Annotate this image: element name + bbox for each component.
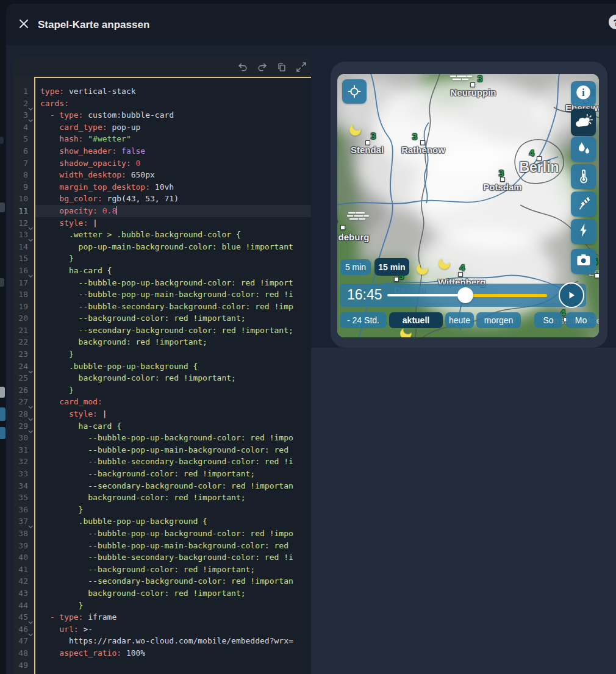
line-number: 44 — [13, 600, 34, 612]
undo-icon[interactable] — [237, 62, 248, 73]
code-line: ha-card { — [35, 265, 311, 277]
city-marker — [595, 273, 599, 278]
temperature-badge: 3 — [412, 131, 417, 142]
code-line: style: | — [35, 408, 311, 420]
code-line: url: >- — [35, 623, 311, 636]
line-number: 49 — [13, 659, 34, 672]
bubble-popup-card-preview: NeuruppinEberswaStendalRathenowBerlinPot… — [331, 62, 607, 348]
webcam-button[interactable] — [571, 249, 596, 274]
redo-icon[interactable] — [257, 62, 268, 73]
close-icon[interactable] — [17, 17, 30, 30]
code-line: --background-color: red !important; — [35, 564, 311, 576]
code-line: --bubble-secondary-background-color: red… — [35, 301, 311, 313]
line-number: 22 — [13, 336, 34, 348]
droplets-icon — [576, 140, 592, 159]
wind-button[interactable] — [571, 192, 596, 217]
line-number: 5 — [13, 133, 34, 145]
code-line: shadow_opacity: 0 — [35, 157, 311, 170]
code-line: --bubble-pop-up-background-color: red !i… — [35, 432, 311, 444]
weather-radar-map[interactable]: NeuruppinEberswaStendalRathenowBerlinPot… — [337, 74, 599, 337]
code-line: width_desktop: 650px — [35, 169, 311, 181]
line-number: 30 — [13, 432, 34, 444]
interval-button-5min[interactable]: 5 min — [340, 259, 371, 275]
code-line: --secondary-background-color: red !impor… — [35, 575, 311, 587]
windsock-icon — [575, 195, 592, 213]
temperature-button[interactable] — [571, 164, 596, 189]
city-marker — [420, 140, 425, 145]
code-line: --bubble-pop-up-main-background-color: r… — [35, 540, 311, 552]
code-line: show_header: false — [35, 145, 311, 157]
code-line: card_type: pop-up — [35, 121, 311, 134]
interval-button-15min[interactable]: 15 min — [374, 258, 409, 276]
code-line: --bubble-pop-up-background-color: red !i… — [35, 277, 311, 289]
day-button-morgen[interactable]: morgen — [476, 312, 521, 328]
day-button-heute[interactable]: heute — [445, 312, 474, 328]
day-button-Mo[interactable]: Mo — [566, 312, 596, 328]
copy-icon[interactable] — [276, 62, 287, 73]
code-line: --background-color: red !important; — [35, 312, 311, 324]
line-number: 4 — [13, 121, 34, 134]
line-number: 34 — [13, 480, 34, 492]
code-line: margin_top_desktop: 10vh — [35, 181, 311, 193]
lightning-button[interactable] — [571, 219, 596, 244]
dialog-header: Stapel-Karte anpassen ? — [6, 4, 616, 45]
background-artifact — [0, 278, 4, 287]
line-number: 27 — [13, 396, 34, 408]
line-number: 45 — [13, 611, 34, 623]
line-number: 1 — [13, 85, 34, 98]
day-button-24Std[interactable]: - 24 Std. — [340, 312, 387, 328]
day-button-So[interactable]: So — [534, 312, 562, 328]
city-marker — [537, 156, 542, 161]
timeline-bar[interactable]: 16:45 — [340, 284, 586, 307]
rain-button[interactable] — [571, 137, 596, 162]
code-line: --secondary-background-color: red !impor… — [35, 324, 311, 337]
line-number: 28 — [13, 408, 34, 420]
camera-icon — [575, 253, 592, 270]
line-number: 29 — [13, 420, 34, 432]
line-number: 26 — [13, 384, 34, 396]
locate-button[interactable] — [342, 79, 367, 104]
code-line: - type: iframe — [35, 611, 311, 623]
weather-button[interactable] — [571, 109, 596, 136]
code-line: background-color: red !important; — [35, 372, 311, 384]
background-artifact — [0, 407, 5, 421]
timeline-track-remaining — [472, 294, 547, 297]
line-number: 21 — [13, 324, 34, 337]
line-number: 20 — [13, 312, 34, 324]
yaml-code-editor[interactable]: 1234567891011121314151617181920212223242… — [13, 77, 311, 674]
play-button[interactable] — [559, 282, 584, 308]
help-icon[interactable]: ? — [609, 15, 616, 29]
line-number: 40 — [13, 551, 34, 564]
line-number: 11 — [13, 205, 34, 217]
edit-card-dialog: Stapel-Karte anpassen ? 1234567891011121… — [6, 4, 616, 674]
code-line: .bubble-pop-up-background { — [35, 515, 311, 528]
editor-code-area[interactable]: type: vertical-stackcards: - type: custo… — [34, 77, 311, 674]
temperature-badge: 4 — [529, 148, 534, 158]
background-artifact — [0, 387, 5, 398]
line-number: 37 — [13, 515, 34, 528]
city-label: Neuruppin — [451, 87, 496, 98]
line-number: 7 — [13, 157, 34, 170]
line-number: 15 — [13, 253, 34, 265]
city-marker — [365, 140, 370, 145]
code-line: } — [35, 384, 311, 396]
city-label: deburg — [338, 232, 370, 242]
code-line: background: red !important; — [35, 336, 311, 348]
code-line: --bubble-pop-up-background-color: red !i… — [35, 528, 311, 540]
code-line: } — [35, 348, 311, 360]
line-number: 35 — [13, 492, 34, 504]
day-button-aktuell[interactable]: aktuell — [389, 312, 443, 328]
code-line — [35, 659, 311, 672]
yaml-editor-panel: 1234567891011121314151617181920212223242… — [13, 57, 311, 674]
code-line: ha-card { — [35, 420, 311, 432]
editor-gutter: 1234567891011121314151617181920212223242… — [13, 77, 34, 674]
timeline-knob[interactable] — [457, 287, 473, 303]
line-number: 6 — [13, 145, 34, 157]
temperature-badge: 3 — [478, 74, 482, 84]
thermometer-icon — [576, 168, 592, 186]
cloud-sun-icon — [575, 113, 593, 132]
info-button[interactable]: i — [571, 81, 596, 106]
text-cursor — [116, 206, 117, 215]
expand-icon[interactable] — [296, 62, 307, 73]
background-artifact — [0, 203, 5, 212]
